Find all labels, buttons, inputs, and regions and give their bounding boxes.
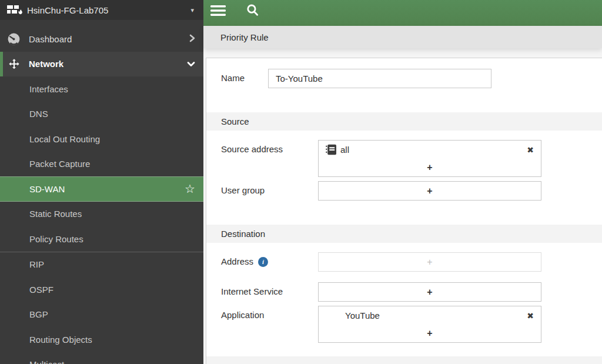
priority-rule-form: Name Source Source address <box>206 58 602 364</box>
device-name: HsinChu-FG-Lab705 <box>27 5 190 15</box>
name-row: Name <box>206 69 602 88</box>
user-group-label: User group <box>221 181 318 200</box>
sidebar-item-packet-capture[interactable]: Packet Capture <box>0 152 203 177</box>
sidebar-item-dashboard[interactable]: Dashboard <box>0 26 203 52</box>
sidebar-item-label: Dashboard <box>29 34 189 44</box>
sidebar-item-interfaces[interactable]: Interfaces <box>0 76 203 102</box>
content-area: Name Source Source address <box>203 48 602 364</box>
entry-name: all <box>340 145 349 155</box>
add-dest-address-button-disabled: + <box>319 253 541 271</box>
page-header: Priority Rule <box>203 26 602 48</box>
address-object-icon <box>326 144 337 155</box>
device-selector[interactable]: HsinChu-FG-Lab705 ▾ <box>0 0 203 20</box>
dest-address-row: Address i + <box>206 252 602 272</box>
application-label: Application <box>221 306 318 325</box>
sidebar-item-static-routes[interactable]: Static Routes <box>0 202 203 227</box>
info-icon[interactable]: i <box>258 257 268 267</box>
dest-address-label: Address <box>221 252 253 271</box>
section-source: Source <box>206 112 602 131</box>
add-internet-service-button[interactable]: + <box>319 283 541 301</box>
section-next-cutoff <box>206 356 602 364</box>
chevron-down-icon <box>187 59 195 69</box>
search-icon[interactable] <box>245 4 260 17</box>
remove-entry-icon[interactable]: ✖ <box>527 312 534 320</box>
source-address-label: Source address <box>221 140 318 159</box>
section-destination: Destination <box>206 225 602 243</box>
sidebar-item-label: Network <box>29 59 187 69</box>
sidebar-item-policy-routes[interactable]: Policy Routes <box>0 226 203 252</box>
sidebar-item-multicast[interactable]: Multicast <box>0 352 203 364</box>
add-application-button[interactable]: + <box>319 325 541 342</box>
favorite-star-icon[interactable]: ☆ <box>185 183 196 195</box>
remove-entry-icon[interactable]: ✖ <box>527 146 534 154</box>
entry-all: all ✖ <box>319 141 541 159</box>
fortinet-logo-icon <box>7 5 22 15</box>
sidebar-item-routing-objects[interactable]: Routing Objects <box>0 327 203 352</box>
sidebar: HsinChu-FG-Lab705 ▾ Dashboard <box>0 0 203 364</box>
application-row: Application YouTube ✖ + <box>206 306 602 343</box>
internet-service-box[interactable]: + <box>318 282 541 302</box>
internet-service-label: Internet Service <box>221 282 318 301</box>
name-label: Name <box>221 69 268 88</box>
fortigate-app: HsinChu-FG-Lab705 ▾ Dashboard <box>0 0 602 364</box>
add-source-address-button[interactable]: + <box>319 159 541 176</box>
page-title: Priority Rule <box>220 32 269 42</box>
name-input[interactable] <box>268 69 491 88</box>
user-group-row: User group + <box>206 181 602 201</box>
sidebar-item-ospf[interactable]: OSPF <box>0 277 203 302</box>
main-panel: Priority Rule Name Source Source address <box>203 0 602 364</box>
user-group-box[interactable]: + <box>318 181 541 201</box>
dest-address-box: + <box>318 252 541 272</box>
move-arrows-icon <box>7 57 21 71</box>
source-address-box[interactable]: all ✖ + <box>318 140 541 177</box>
sidebar-item-network[interactable]: Network <box>0 52 203 77</box>
add-user-group-button[interactable]: + <box>319 182 541 200</box>
sidebar-item-bgp[interactable]: BGP <box>0 302 203 328</box>
source-address-row: Source address <box>206 140 602 177</box>
sidebar-item-rip[interactable]: RIP <box>0 252 203 278</box>
internet-service-row: Internet Service + <box>206 282 602 302</box>
menu-toggle-icon[interactable] <box>210 4 226 17</box>
entry-name: YouTube <box>326 310 380 320</box>
caret-down-icon: ▾ <box>190 6 196 14</box>
gauge-icon <box>7 32 21 46</box>
topbar <box>203 0 602 26</box>
sidebar-item-local-out-routing[interactable]: Local Out Routing <box>0 126 203 152</box>
application-box[interactable]: YouTube ✖ + <box>318 306 541 343</box>
sidebar-item-sdwan[interactable]: SD-WAN ☆ <box>0 176 203 202</box>
sidebar-item-dns[interactable]: DNS <box>0 102 203 127</box>
sidebar-menu: Dashboard Network Interfaces DNS Local O <box>0 20 203 364</box>
entry-youtube: YouTube ✖ <box>319 306 541 325</box>
chevron-right-icon <box>189 34 195 44</box>
